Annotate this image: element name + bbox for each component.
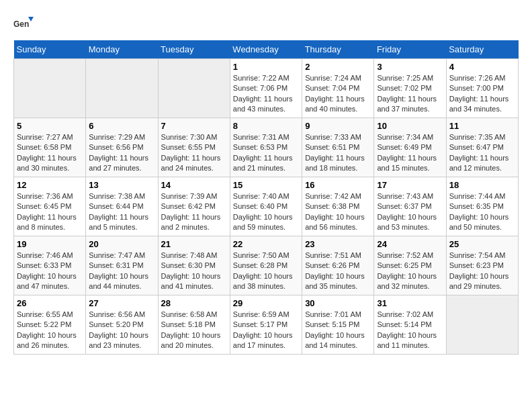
- calendar-cell: 15Sunrise: 7:40 AM Sunset: 6:40 PM Dayli…: [230, 177, 302, 236]
- day-info: Sunrise: 7:31 AM Sunset: 6:53 PM Dayligh…: [233, 132, 299, 174]
- weekday-header-saturday: Saturday: [446, 40, 518, 59]
- calendar-cell: [86, 59, 158, 118]
- day-info: Sunrise: 6:59 AM Sunset: 5:17 PM Dayligh…: [233, 310, 299, 351]
- calendar-cell: 6Sunrise: 7:29 AM Sunset: 6:56 PM Daylig…: [86, 118, 158, 177]
- day-info: Sunrise: 7:43 AM Sunset: 6:37 PM Dayligh…: [377, 191, 443, 233]
- day-info: Sunrise: 7:36 AM Sunset: 6:45 PM Dayligh…: [17, 191, 83, 233]
- day-info: Sunrise: 7:48 AM Sunset: 6:30 PM Dayligh…: [161, 250, 227, 292]
- calendar-cell: 28Sunrise: 6:58 AM Sunset: 5:18 PM Dayli…: [158, 295, 230, 355]
- day-number: 25: [449, 239, 515, 249]
- day-info: Sunrise: 7:51 AM Sunset: 6:26 PM Dayligh…: [305, 250, 371, 292]
- day-info: Sunrise: 7:42 AM Sunset: 6:38 PM Dayligh…: [305, 191, 371, 233]
- calendar-cell: 27Sunrise: 6:56 AM Sunset: 5:20 PM Dayli…: [86, 295, 158, 355]
- day-number: 1: [233, 62, 299, 72]
- calendar-cell: 14Sunrise: 7:39 AM Sunset: 6:42 PM Dayli…: [158, 177, 230, 236]
- day-number: 10: [377, 121, 443, 131]
- day-number: 28: [161, 298, 227, 308]
- day-number: 9: [305, 121, 371, 131]
- day-number: 7: [161, 121, 227, 131]
- day-info: Sunrise: 6:58 AM Sunset: 5:18 PM Dayligh…: [161, 310, 227, 351]
- calendar-cell: 18Sunrise: 7:44 AM Sunset: 6:35 PM Dayli…: [446, 177, 518, 236]
- calendar-cell: 4Sunrise: 7:26 AM Sunset: 7:00 PM Daylig…: [446, 59, 518, 118]
- calendar-cell: 21Sunrise: 7:48 AM Sunset: 6:30 PM Dayli…: [158, 236, 230, 295]
- day-number: 12: [17, 180, 83, 190]
- calendar-cell: 11Sunrise: 7:35 AM Sunset: 6:47 PM Dayli…: [446, 118, 518, 177]
- day-number: 2: [305, 62, 371, 72]
- day-info: Sunrise: 7:02 AM Sunset: 5:14 PM Dayligh…: [377, 310, 443, 351]
- day-info: Sunrise: 7:35 AM Sunset: 6:47 PM Dayligh…: [449, 132, 515, 174]
- calendar-cell: [158, 59, 230, 118]
- day-number: 22: [233, 239, 299, 249]
- day-info: Sunrise: 7:30 AM Sunset: 6:55 PM Dayligh…: [161, 132, 227, 174]
- calendar-cell: 31Sunrise: 7:02 AM Sunset: 5:14 PM Dayli…: [374, 295, 446, 355]
- calendar-cell: 26Sunrise: 6:55 AM Sunset: 5:22 PM Dayli…: [14, 295, 86, 355]
- day-number: 8: [233, 121, 299, 131]
- day-number: 31: [377, 298, 443, 308]
- calendar-cell: 23Sunrise: 7:51 AM Sunset: 6:26 PM Dayli…: [302, 236, 374, 295]
- weekday-header-friday: Friday: [374, 40, 446, 59]
- day-number: 20: [89, 239, 154, 249]
- calendar-cell: 16Sunrise: 7:42 AM Sunset: 6:38 PM Dayli…: [302, 177, 374, 236]
- day-number: 21: [161, 239, 227, 249]
- day-info: Sunrise: 6:56 AM Sunset: 5:20 PM Dayligh…: [89, 310, 154, 351]
- week-row-3: 12Sunrise: 7:36 AM Sunset: 6:45 PM Dayli…: [14, 177, 519, 236]
- day-info: Sunrise: 7:24 AM Sunset: 7:04 PM Dayligh…: [305, 73, 371, 115]
- weekday-header-sunday: Sunday: [14, 40, 86, 59]
- day-info: Sunrise: 7:33 AM Sunset: 6:51 PM Dayligh…: [305, 132, 371, 174]
- calendar-cell: 7Sunrise: 7:30 AM Sunset: 6:55 PM Daylig…: [158, 118, 230, 177]
- day-info: Sunrise: 7:40 AM Sunset: 6:40 PM Dayligh…: [233, 191, 299, 233]
- logo-icon: Gen: [13, 13, 34, 34]
- calendar-cell: 30Sunrise: 7:01 AM Sunset: 5:15 PM Dayli…: [302, 295, 374, 355]
- calendar-cell: 10Sunrise: 7:34 AM Sunset: 6:49 PM Dayli…: [374, 118, 446, 177]
- day-info: Sunrise: 7:50 AM Sunset: 6:28 PM Dayligh…: [233, 250, 299, 292]
- day-number: 3: [377, 62, 443, 72]
- day-number: 16: [305, 180, 371, 190]
- day-number: 29: [233, 298, 299, 308]
- day-number: 18: [449, 180, 515, 190]
- day-info: Sunrise: 7:44 AM Sunset: 6:35 PM Dayligh…: [449, 191, 515, 233]
- day-number: 13: [89, 180, 154, 190]
- calendar-cell: 5Sunrise: 7:27 AM Sunset: 6:58 PM Daylig…: [14, 118, 86, 177]
- day-number: 30: [305, 298, 371, 308]
- calendar-cell: 22Sunrise: 7:50 AM Sunset: 6:28 PM Dayli…: [230, 236, 302, 295]
- day-info: Sunrise: 6:55 AM Sunset: 5:22 PM Dayligh…: [17, 310, 83, 351]
- calendar-cell: 13Sunrise: 7:38 AM Sunset: 6:44 PM Dayli…: [86, 177, 158, 236]
- day-info: Sunrise: 7:25 AM Sunset: 7:02 PM Dayligh…: [377, 73, 443, 115]
- day-info: Sunrise: 7:26 AM Sunset: 7:00 PM Dayligh…: [449, 73, 515, 115]
- weekday-header-thursday: Thursday: [302, 40, 374, 59]
- day-number: 14: [161, 180, 227, 190]
- week-row-2: 5Sunrise: 7:27 AM Sunset: 6:58 PM Daylig…: [14, 118, 519, 177]
- calendar-cell: 1Sunrise: 7:22 AM Sunset: 7:06 PM Daylig…: [230, 59, 302, 118]
- calendar-cell: 20Sunrise: 7:47 AM Sunset: 6:31 PM Dayli…: [86, 236, 158, 295]
- day-info: Sunrise: 7:27 AM Sunset: 6:58 PM Dayligh…: [17, 132, 83, 174]
- day-number: 17: [377, 180, 443, 190]
- page-header: Gen: [13, 13, 519, 34]
- day-number: 6: [89, 121, 154, 131]
- day-info: Sunrise: 7:34 AM Sunset: 6:49 PM Dayligh…: [377, 132, 443, 174]
- calendar-cell: [446, 295, 518, 355]
- weekday-header-tuesday: Tuesday: [158, 40, 230, 59]
- calendar-cell: 25Sunrise: 7:54 AM Sunset: 6:23 PM Dayli…: [446, 236, 518, 295]
- day-info: Sunrise: 7:22 AM Sunset: 7:06 PM Dayligh…: [233, 73, 299, 115]
- day-number: 5: [17, 121, 83, 131]
- calendar-cell: 29Sunrise: 6:59 AM Sunset: 5:17 PM Dayli…: [230, 295, 302, 355]
- day-info: Sunrise: 7:39 AM Sunset: 6:42 PM Dayligh…: [161, 191, 227, 233]
- week-row-5: 26Sunrise: 6:55 AM Sunset: 5:22 PM Dayli…: [14, 295, 519, 355]
- day-number: 15: [233, 180, 299, 190]
- week-row-4: 19Sunrise: 7:46 AM Sunset: 6:33 PM Dayli…: [14, 236, 519, 295]
- weekday-header-wednesday: Wednesday: [230, 40, 302, 59]
- day-info: Sunrise: 7:38 AM Sunset: 6:44 PM Dayligh…: [89, 191, 154, 233]
- day-info: Sunrise: 7:54 AM Sunset: 6:23 PM Dayligh…: [449, 250, 515, 292]
- calendar-table: SundayMondayTuesdayWednesdayThursdayFrid…: [13, 40, 519, 355]
- weekday-header-row: SundayMondayTuesdayWednesdayThursdayFrid…: [14, 40, 519, 59]
- calendar-cell: 9Sunrise: 7:33 AM Sunset: 6:51 PM Daylig…: [302, 118, 374, 177]
- svg-text:Gen: Gen: [13, 19, 29, 29]
- calendar-cell: 8Sunrise: 7:31 AM Sunset: 6:53 PM Daylig…: [230, 118, 302, 177]
- logo: Gen: [13, 13, 36, 34]
- day-info: Sunrise: 7:52 AM Sunset: 6:25 PM Dayligh…: [377, 250, 443, 292]
- calendar-cell: 12Sunrise: 7:36 AM Sunset: 6:45 PM Dayli…: [14, 177, 86, 236]
- calendar-cell: 19Sunrise: 7:46 AM Sunset: 6:33 PM Dayli…: [14, 236, 86, 295]
- weekday-header-monday: Monday: [86, 40, 158, 59]
- calendar-cell: [14, 59, 86, 118]
- calendar-cell: 2Sunrise: 7:24 AM Sunset: 7:04 PM Daylig…: [302, 59, 374, 118]
